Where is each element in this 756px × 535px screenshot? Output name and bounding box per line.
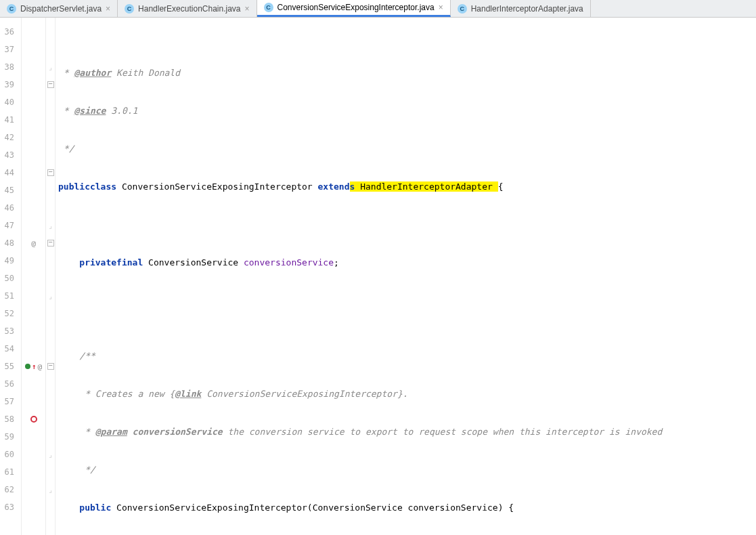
tab-label: HandlerInterceptorAdapter.java bbox=[471, 4, 583, 14]
annotation-gutter: @ ↑@ bbox=[22, 18, 46, 535]
code-area[interactable]: * @author Keith Donald * @since 3.0.1 */… bbox=[55, 18, 756, 535]
tab-handler-execution-chain[interactable]: C HandlerExecutionChain.java × bbox=[118, 0, 257, 17]
close-icon[interactable]: × bbox=[106, 5, 110, 13]
line-number: 38 bbox=[0, 58, 17, 76]
java-class-icon: C bbox=[7, 4, 16, 14]
line-number: 62 bbox=[0, 481, 17, 498]
close-icon[interactable]: × bbox=[245, 5, 250, 13]
line-number: 47 bbox=[0, 217, 17, 234]
line-number: 49 bbox=[0, 252, 17, 270]
line-number: 46 bbox=[0, 199, 17, 217]
fold-end-icon[interactable]: ⌟ bbox=[48, 451, 52, 458]
tab-label: DispatcherServlet.java bbox=[20, 4, 102, 14]
line-number: 50 bbox=[0, 270, 17, 287]
fold-gutter: ⌟ ⌟ ⌟ ⌟ ⌟ bbox=[46, 18, 55, 535]
line-number: 44 bbox=[0, 164, 17, 181]
code-line: */ bbox=[55, 461, 756, 478]
tab-label: ConversionServiceExposingInterceptor.jav… bbox=[277, 3, 435, 12]
fold-toggle-icon[interactable] bbox=[47, 240, 54, 247]
line-number: 60 bbox=[0, 446, 17, 463]
line-number: 37 bbox=[0, 41, 17, 58]
line-number: 55 bbox=[0, 358, 17, 375]
java-class-icon: C bbox=[125, 4, 134, 14]
line-number: 63 bbox=[0, 498, 17, 516]
line-number: 52 bbox=[0, 305, 17, 322]
java-class-icon: C bbox=[458, 4, 467, 14]
close-icon[interactable]: × bbox=[439, 3, 443, 12]
code-line: public ConversionServiceExposingIntercep… bbox=[55, 498, 756, 516]
line-number: 54 bbox=[0, 340, 17, 358]
tab-handler-interceptor-adapter[interactable]: C HandlerInterceptorAdapter.java bbox=[451, 0, 591, 17]
code-line: * @param conversionService the conversio… bbox=[55, 423, 756, 440]
line-number: 42 bbox=[0, 129, 17, 146]
code-line: /** bbox=[55, 347, 756, 364]
line-number: 48 bbox=[0, 234, 17, 252]
line-number-gutter: 36 37 38 39 40 41 42 43 44 45 46 47 48 4… bbox=[0, 18, 22, 535]
line-number: 43 bbox=[0, 146, 17, 164]
fold-end-icon[interactable]: ⌟ bbox=[48, 222, 52, 230]
code-line: */ bbox=[55, 140, 756, 157]
line-number: 36 bbox=[0, 23, 17, 41]
code-line: * @author Keith Donald bbox=[55, 64, 756, 81]
line-number: 45 bbox=[0, 181, 17, 199]
fold-end-icon[interactable]: ⌟ bbox=[48, 293, 52, 300]
override-gutter-icon[interactable]: ↑@ bbox=[22, 358, 45, 375]
fold-toggle-icon[interactable] bbox=[47, 169, 54, 176]
fold-toggle-icon[interactable] bbox=[47, 363, 54, 370]
code-line: public class ConversionServiceExposingIn… bbox=[55, 177, 756, 195]
line-number: 56 bbox=[0, 375, 17, 393]
tab-dispatcher-servlet[interactable]: C DispatcherServlet.java × bbox=[0, 0, 118, 17]
line-number: 59 bbox=[0, 428, 17, 446]
fold-end-icon[interactable]: ⌟ bbox=[48, 64, 52, 71]
line-number: 53 bbox=[0, 322, 17, 340]
java-class-icon: C bbox=[264, 3, 273, 12]
tab-conversion-service-exposing-interceptor[interactable]: C ConversionServiceExposingInterceptor.j… bbox=[257, 0, 451, 17]
line-number: 57 bbox=[0, 393, 17, 410]
breakpoint-icon[interactable] bbox=[22, 410, 45, 428]
fold-end-icon[interactable]: ⌟ bbox=[48, 486, 52, 494]
line-number: 41 bbox=[0, 111, 17, 129]
editor-tab-bar: C DispatcherServlet.java × C HandlerExec… bbox=[0, 0, 756, 18]
code-editor[interactable]: 36 37 38 39 40 41 42 43 44 45 46 47 48 4… bbox=[0, 18, 756, 535]
line-number: 39 bbox=[0, 76, 17, 93]
line-number: 40 bbox=[0, 93, 17, 111]
fold-toggle-icon[interactable] bbox=[47, 81, 54, 88]
line-number: 61 bbox=[0, 463, 17, 481]
line-number: 51 bbox=[0, 287, 17, 305]
code-line: * Creates a new {@link ConversionService… bbox=[55, 385, 756, 402]
override-gutter-icon[interactable]: @ bbox=[22, 234, 45, 252]
code-line: * @since 3.0.1 bbox=[55, 102, 756, 119]
line-number: 58 bbox=[0, 410, 17, 428]
code-line: private final ConversionService conversi… bbox=[55, 253, 756, 271]
tab-label: HandlerExecutionChain.java bbox=[138, 4, 240, 14]
